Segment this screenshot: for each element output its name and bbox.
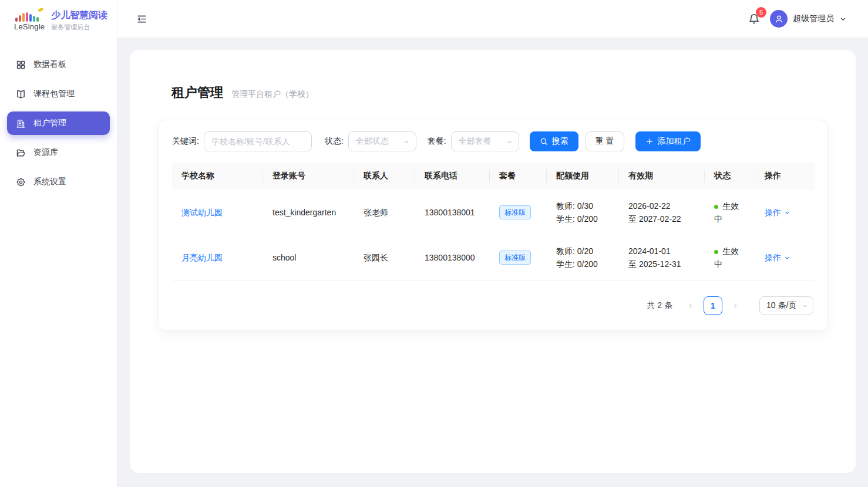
status-cell: 生效中 [705, 235, 755, 280]
table-row: 测试幼儿园 test_kindergarten 张老师 13800138001 … [172, 190, 815, 235]
sidebar: LeSingle 少儿智慧阅读 服务管理后台 数据看板 课程包 [0, 0, 117, 487]
user-icon [774, 14, 784, 24]
valid-from: 2024-01-01 [628, 245, 695, 258]
logo-bars-icon [15, 9, 43, 22]
column-header-account: 登录账号 [263, 162, 354, 190]
page-subtitle: 管理平台租户（学校） [231, 89, 314, 100]
pagination-page-1[interactable]: 1 [704, 296, 722, 315]
notification-badge: 5 [756, 7, 766, 18]
topbar: 5 超级管理员 [117, 0, 868, 38]
user-name: 超级管理员 [793, 13, 834, 24]
filter-bar: 关键词: 状态: 全部状态 套餐: 全部套餐 [172, 131, 813, 151]
add-tenant-button-label: 添加租户 [658, 136, 691, 147]
column-header-contact: 联系人 [354, 162, 415, 190]
sidebar-item-tenants[interactable]: 租户管理 [7, 111, 110, 135]
status-badge: 生效中 [714, 201, 739, 224]
status-select[interactable]: 全部状态 [348, 131, 416, 151]
quota-teacher: 教师: 0/30 [556, 199, 610, 212]
plan-select-value: 全部套餐 [459, 136, 492, 147]
content-card: 租户管理 管理平台租户（学校） 关键词: 状态: 全部状态 [130, 50, 856, 473]
sidebar-item-resources[interactable]: 资源库 [7, 141, 110, 164]
gear-icon [16, 177, 26, 187]
plan-select[interactable]: 全部套餐 [451, 131, 519, 151]
sidebar-item-course-packages[interactable]: 课程包管理 [7, 82, 110, 106]
reset-button[interactable]: 重 置 [586, 131, 624, 151]
folder-icon [16, 148, 26, 158]
page-size-value: 10 条/页 [766, 300, 796, 311]
row-actions-dropdown[interactable]: 操作 [765, 206, 790, 219]
sidebar-item-label: 系统设置 [33, 177, 66, 187]
sidebar-item-label: 资源库 [33, 147, 58, 158]
phone-cell: 13800138000 [415, 235, 490, 280]
column-header-quota: 配额使用 [547, 162, 619, 190]
school-name-link[interactable]: 测试幼儿园 [181, 208, 223, 217]
sidebar-item-label: 课程包管理 [33, 89, 75, 99]
status-cell: 生效中 [705, 190, 755, 235]
page-size-select[interactable]: 10 条/页 [759, 296, 813, 315]
pagination-prev-button[interactable] [682, 296, 699, 315]
tenant-panel: 关键词: 状态: 全部状态 套餐: 全部套餐 [158, 120, 827, 331]
keyword-label: 关键词: [172, 136, 199, 147]
sidebar-item-label: 租户管理 [33, 118, 66, 128]
table-row: 月亮幼儿园 school 张园长 13800138000 标准版 教师: 0/2… [172, 235, 815, 280]
row-actions-label: 操作 [765, 251, 781, 264]
menu-fold-icon[interactable] [136, 13, 147, 25]
tenant-table: 学校名称 登录账号 联系人 联系电话 套餐 配额使用 有效期 状态 操作 测试幼… [172, 162, 815, 280]
sidebar-menu: 数据看板 课程包管理 租户管理 [0, 39, 117, 194]
validity-cell: 2024-01-01 至 2025-12-31 [619, 235, 705, 280]
quota-cell: 教师: 0/30 学生: 0/200 [547, 190, 619, 235]
brand-title: 少儿智慧阅读 [51, 9, 107, 21]
column-header-status: 状态 [705, 162, 755, 190]
row-actions-label: 操作 [765, 206, 781, 219]
user-menu[interactable]: 超级管理员 [770, 10, 847, 28]
status-select-value: 全部状态 [356, 136, 389, 147]
plan-tag: 标准版 [499, 251, 531, 265]
valid-to: 至 2027-02-22 [628, 212, 695, 225]
column-header-validity: 有效期 [619, 162, 705, 190]
logo-text: LeSingle [14, 22, 45, 31]
account-cell: test_kindergarten [263, 190, 354, 235]
pagination-next-button[interactable] [727, 296, 743, 315]
dashboard-icon [16, 60, 26, 70]
reset-button-label: 重 置 [596, 136, 614, 147]
chevron-down-icon [506, 138, 513, 145]
chevron-down-icon [403, 138, 410, 145]
status-badge: 生效中 [714, 246, 739, 269]
pagination: 共 2 条 1 10 条/页 [172, 296, 813, 315]
school-name-link[interactable]: 月亮幼儿园 [181, 253, 223, 262]
keyword-input[interactable] [204, 131, 312, 151]
notifications-button[interactable]: 5 [747, 11, 761, 26]
plan-tag: 标准版 [499, 205, 531, 219]
main-content: 租户管理 管理平台租户（学校） 关键词: 状态: 全部状态 [117, 38, 868, 487]
search-button-label: 搜索 [552, 136, 568, 147]
search-button[interactable]: 搜索 [530, 131, 578, 151]
column-header-plan: 套餐 [490, 162, 547, 190]
validity-cell: 2026-02-22 至 2027-02-22 [619, 190, 705, 235]
quota-student: 学生: 0/200 [556, 212, 610, 225]
logo: LeSingle [14, 9, 45, 31]
table-header-row: 学校名称 登录账号 联系人 联系电话 套餐 配额使用 有效期 状态 操作 [172, 162, 815, 190]
sidebar-item-dashboard[interactable]: 数据看板 [7, 53, 110, 76]
page-title: 租户管理 [171, 84, 223, 102]
valid-to: 至 2025-12-31 [628, 258, 695, 270]
row-actions-dropdown[interactable]: 操作 [765, 251, 790, 264]
plan-label: 套餐: [428, 136, 446, 147]
brand-subtitle: 服务管理后台 [51, 23, 107, 32]
status-label: 状态: [325, 136, 344, 147]
page-header: 租户管理 管理平台租户（学校） [171, 84, 827, 102]
status-dot-icon [714, 250, 718, 254]
add-tenant-button[interactable]: 添加租户 [635, 131, 701, 151]
column-header-school: 学校名称 [172, 162, 263, 190]
pagination-total: 共 2 条 [647, 300, 672, 311]
plus-icon [645, 137, 654, 146]
plan-filter-group: 套餐: 全部套餐 [428, 131, 519, 151]
status-dot-icon [714, 205, 718, 209]
phone-cell: 13800138001 [415, 190, 490, 235]
account-cell: school [263, 235, 354, 280]
brand: LeSingle 少儿智慧阅读 服务管理后台 [0, 0, 117, 39]
logo-leaf-icon [38, 7, 43, 12]
quota-cell: 教师: 0/20 学生: 0/200 [547, 235, 619, 280]
sidebar-item-settings[interactable]: 系统设置 [7, 170, 110, 194]
column-header-actions: 操作 [755, 162, 815, 190]
building-icon [16, 119, 26, 128]
